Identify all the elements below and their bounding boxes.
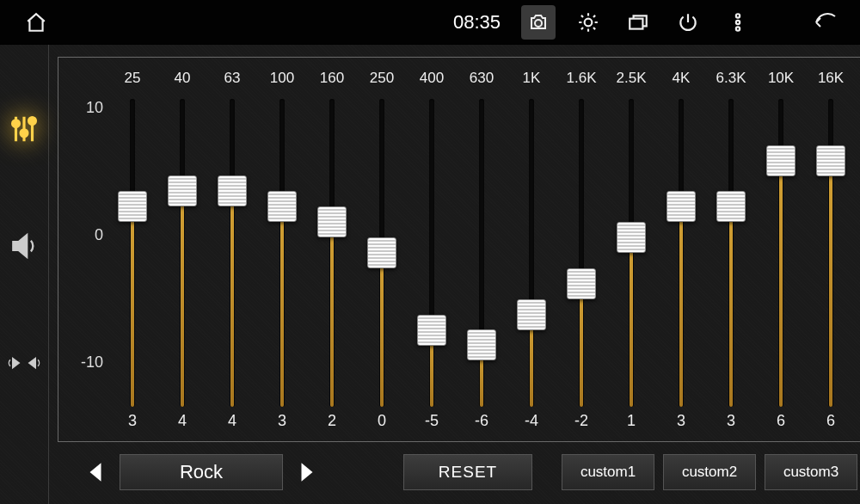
value-label: -2: [574, 412, 588, 433]
svg-point-5: [736, 27, 740, 30]
freq-label: 400: [420, 70, 444, 92]
eq-band: 630 -6: [459, 70, 504, 433]
value-label: 6: [777, 412, 785, 433]
eq-band: 1K -4: [509, 70, 554, 433]
recent-apps-icon[interactable]: [621, 5, 655, 40]
svg-point-8: [29, 118, 36, 125]
value-label: 1: [627, 412, 636, 433]
eq-band: 25 3: [110, 70, 155, 433]
axis-mid-label: 0: [65, 226, 103, 244]
svg-point-0: [535, 20, 542, 27]
eq-slider[interactable]: [709, 99, 753, 407]
eq-band: 4K 3: [659, 70, 703, 433]
preset-display[interactable]: Rock: [120, 454, 283, 490]
eq-slider[interactable]: [459, 99, 504, 407]
content: 10 0 -10 25 3 40 4 63: [49, 45, 860, 504]
freq-label: 25: [125, 70, 141, 92]
eq-band: 63 4: [210, 70, 255, 433]
eq-band: 400 -5: [409, 70, 454, 433]
freq-label: 1K: [523, 70, 541, 92]
equalizer-panel: 10 0 -10 25 3 40 4 63: [58, 57, 860, 442]
value-label: 3: [727, 412, 735, 433]
clock-time: 08:35: [453, 11, 501, 34]
freq-label: 4K: [673, 70, 691, 92]
volume-tab-icon[interactable]: [0, 222, 48, 270]
eq-slider[interactable]: [260, 99, 304, 407]
axis-max-label: 10: [65, 99, 103, 117]
custom1-button[interactable]: custom1: [562, 454, 654, 490]
bottom-controls: Rock RESET custom1 custom2 custom3: [58, 442, 860, 495]
svg-point-4: [736, 20, 740, 23]
value-label: 0: [378, 412, 386, 433]
preset-prev-button[interactable]: [83, 457, 108, 488]
freq-label: 10K: [768, 70, 794, 92]
custom3-button[interactable]: custom3: [765, 454, 857, 490]
eq-slider[interactable]: [110, 99, 155, 407]
eq-slider[interactable]: [808, 99, 853, 407]
svg-rect-2: [630, 18, 642, 28]
eq-slider[interactable]: [509, 99, 554, 407]
axis-min-label: -10: [65, 353, 103, 372]
value-label: 3: [278, 412, 286, 433]
svg-point-6: [13, 120, 20, 127]
svg-point-7: [21, 130, 28, 137]
freq-label: 63: [224, 70, 241, 92]
svg-point-1: [585, 18, 593, 26]
value-label: -6: [475, 412, 488, 433]
balance-tab-icon[interactable]: [0, 339, 48, 387]
svg-point-3: [736, 14, 740, 17]
freq-label: 2.5K: [617, 70, 647, 92]
custom2-button[interactable]: custom2: [663, 454, 756, 490]
value-label: 2: [328, 412, 336, 433]
eq-slider[interactable]: [759, 99, 803, 407]
brightness-icon[interactable]: [571, 5, 605, 40]
value-label: -5: [425, 412, 439, 433]
eq-band: 250 0: [359, 70, 404, 433]
camera-icon[interactable]: [521, 5, 556, 40]
eq-slider[interactable]: [210, 99, 255, 407]
freq-label: 1.6K: [567, 70, 597, 92]
value-label: 4: [178, 412, 187, 433]
eq-slider[interactable]: [160, 99, 205, 407]
value-label: 4: [228, 412, 236, 433]
eq-band: 40 4: [160, 70, 205, 433]
freq-label: 40: [175, 70, 191, 92]
more-icon[interactable]: [721, 5, 755, 40]
home-icon[interactable]: [19, 5, 53, 40]
value-label: -4: [525, 412, 538, 433]
eq-slider[interactable]: [559, 99, 604, 407]
freq-label: 16K: [818, 70, 844, 92]
eq-slider[interactable]: [609, 99, 654, 407]
sidebar: [0, 45, 49, 504]
eq-slider[interactable]: [310, 99, 354, 407]
value-label: 3: [128, 412, 137, 433]
eq-band: 10K 6: [759, 70, 803, 433]
freq-label: 6.3K: [716, 70, 746, 92]
eq-band: 16K 6: [808, 70, 853, 433]
eq-band: 2.5K 1: [609, 70, 654, 433]
equalizer-tab-icon[interactable]: [0, 105, 48, 153]
power-icon[interactable]: [671, 5, 705, 40]
freq-label: 250: [370, 70, 394, 92]
value-label: 6: [826, 412, 835, 433]
eq-band: 160 2: [310, 70, 354, 433]
eq-band: 6.3K 3: [709, 70, 753, 433]
eq-slider[interactable]: [409, 99, 454, 407]
eq-slider[interactable]: [659, 99, 703, 407]
eq-slider[interactable]: [359, 99, 404, 407]
back-icon[interactable]: [807, 5, 841, 40]
reset-button[interactable]: RESET: [403, 454, 532, 490]
freq-label: 160: [320, 70, 344, 92]
eq-band: 1.6K -2: [559, 70, 604, 433]
statusbar: 08:35: [0, 0, 860, 45]
eq-band: 100 3: [260, 70, 304, 433]
preset-next-button[interactable]: [295, 457, 319, 488]
value-label: 3: [677, 412, 685, 433]
freq-label: 630: [470, 70, 494, 92]
freq-label: 100: [270, 70, 294, 92]
